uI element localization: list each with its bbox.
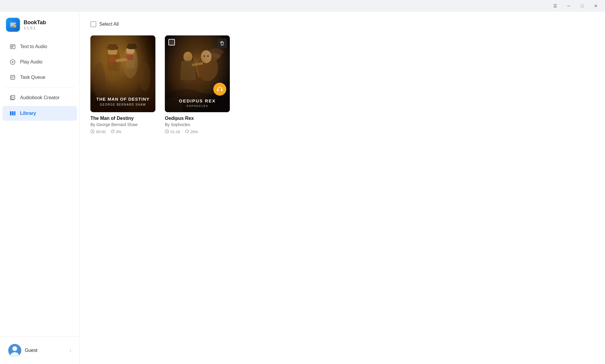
- cover-author-oedipus: SOPHOCLES: [165, 105, 230, 107]
- select-all-row: Select All: [90, 21, 594, 27]
- svg-point-41: [140, 62, 150, 92]
- sidebar: ♪ BookTab 1.1.0.1 Text to: [0, 12, 80, 364]
- progress-value-oedipus: 26%: [191, 130, 198, 134]
- svg-rect-20: [10, 111, 12, 115]
- cover-title-oedipus: OEDIPUS REX: [165, 98, 230, 103]
- svg-point-37: [126, 45, 137, 49]
- duration-value-destiny: 00:00: [96, 130, 106, 134]
- book-cover-man-of-destiny: THE MAN OF DESTINY GEORGE BERNARD SHAW: [90, 35, 155, 112]
- book-author-destiny: By George Bernard Shaw: [90, 122, 155, 127]
- svg-rect-33: [108, 44, 117, 50]
- book-cover-oedipus-rex: OEDIPUS REX SOPHOCLES: [165, 35, 230, 112]
- book-meta-oedipus: 01:18 26%: [165, 129, 230, 134]
- sidebar-item-library[interactable]: Library: [2, 106, 77, 121]
- svg-point-48: [172, 46, 222, 87]
- sidebar-label-task-queue: Task Queue: [20, 75, 45, 80]
- sidebar-label-library: Library: [20, 111, 36, 116]
- svg-point-28: [99, 41, 147, 89]
- clock-icon-destiny: [90, 129, 95, 134]
- titlebar: ☰ ─ □ ✕: [0, 0, 605, 12]
- cover-author-destiny: GEORGE BERNARD SHAW: [90, 103, 155, 106]
- svg-rect-2: [10, 24, 14, 25]
- logo-icon-inner: ♪: [6, 18, 19, 31]
- svg-point-54: [183, 52, 192, 62]
- book-card-man-of-destiny[interactable]: THE MAN OF DESTINY GEORGE BERNARD SHAW T…: [90, 35, 155, 134]
- sidebar-item-play-audio[interactable]: Play Audio: [2, 55, 77, 69]
- app-logo: ♪ BookTab 1.1.0.1: [0, 12, 79, 37]
- audiobook-creator-icon: [9, 95, 16, 101]
- svg-rect-36: [126, 54, 135, 68]
- sidebar-item-text-to-audio[interactable]: Text to Audio: [2, 40, 77, 54]
- svg-point-35: [126, 47, 134, 55]
- app-version: 1.1.0.1: [24, 26, 46, 30]
- svg-point-52: [207, 56, 209, 57]
- app-name: BookTab: [24, 19, 46, 26]
- menu-button[interactable]: ☰: [548, 1, 562, 11]
- books-grid: THE MAN OF DESTINY GEORGE BERNARD SHAW T…: [90, 35, 594, 134]
- svg-point-40: [93, 62, 105, 97]
- svg-rect-58: [221, 89, 222, 91]
- task-queue-icon: [9, 74, 16, 80]
- svg-text:♪: ♪: [14, 25, 15, 27]
- sidebar-item-audiobook-creator[interactable]: Audiobook Creator: [2, 91, 77, 105]
- select-all-label[interactable]: Select All: [99, 22, 119, 27]
- svg-line-44: [92, 132, 93, 132]
- sidebar-label-play-audio: Play Audio: [20, 59, 43, 65]
- maximize-button[interactable]: □: [575, 1, 589, 11]
- svg-rect-3: [10, 25, 13, 26]
- svg-line-56: [193, 63, 202, 65]
- svg-rect-22: [14, 111, 15, 115]
- user-name: Guest: [25, 348, 66, 353]
- svg-point-51: [204, 56, 205, 57]
- cover-destiny-text: THE MAN OF DESTINY GEORGE BERNARD SHAW: [90, 96, 155, 107]
- logo-icon: ♪: [6, 18, 20, 32]
- library-icon: [9, 110, 16, 117]
- sidebar-label-text-to-audio: Text to Audio: [20, 44, 47, 49]
- svg-rect-21: [12, 111, 14, 115]
- book-select-checkbox-oedipus[interactable]: [168, 39, 175, 45]
- svg-point-30: [108, 47, 117, 56]
- book-progress-oedipus: 26%: [185, 129, 198, 134]
- book-card-oedipus-rex[interactable]: OEDIPUS REX SOPHOCLES Oedipus Rex By Sop…: [165, 35, 230, 134]
- svg-rect-17: [11, 95, 15, 99]
- book-delete-button-oedipus[interactable]: [217, 38, 227, 48]
- svg-rect-31: [108, 55, 118, 71]
- svg-rect-1: [10, 23, 16, 24]
- svg-point-29: [104, 46, 121, 81]
- play-audio-icon: [9, 59, 16, 65]
- nav-divider: [5, 87, 75, 88]
- nav-items: Text to Audio Play Audio: [0, 37, 79, 124]
- svg-line-55: [194, 59, 199, 77]
- sidebar-bottom: Guest ›: [0, 337, 79, 364]
- book-meta-destiny: 00:00 0%: [90, 129, 155, 134]
- book-title-destiny: The Man of Destiny: [90, 116, 155, 121]
- user-avatar: [8, 344, 21, 357]
- book-duration-destiny: 00:00: [90, 129, 106, 134]
- main-content: Select All: [80, 12, 605, 364]
- book-progress-destiny: 0%: [110, 129, 122, 134]
- user-row[interactable]: Guest ›: [5, 342, 75, 359]
- svg-point-32: [107, 45, 118, 50]
- progress-icon-destiny: [110, 129, 115, 134]
- close-button[interactable]: ✕: [589, 1, 603, 11]
- cover-oedipus-text: OEDIPUS REX SOPHOCLES: [165, 98, 230, 107]
- svg-point-53: [180, 55, 196, 84]
- chevron-right-icon: ›: [70, 348, 71, 353]
- book-play-button-oedipus[interactable]: [213, 83, 226, 96]
- text-to-audio-icon: [9, 44, 16, 50]
- duration-value-oedipus: 01:18: [170, 130, 180, 134]
- svg-point-24: [12, 346, 17, 351]
- svg-point-49: [197, 55, 218, 81]
- cover-title-destiny: THE MAN OF DESTINY: [90, 96, 155, 102]
- sidebar-label-audiobook-creator: Audiobook Creator: [20, 95, 59, 100]
- svg-line-39: [117, 60, 126, 61]
- svg-point-50: [201, 50, 212, 63]
- book-duration-oedipus: 01:18: [165, 129, 180, 134]
- app-name-group: BookTab 1.1.0.1: [24, 19, 46, 30]
- clock-icon-oedipus: [165, 129, 169, 134]
- book-title-oedipus: Oedipus Rex: [165, 116, 230, 121]
- sidebar-item-task-queue[interactable]: Task Queue: [2, 70, 77, 84]
- progress-icon-oedipus: [185, 129, 189, 134]
- select-all-checkbox[interactable]: [90, 21, 96, 27]
- minimize-button[interactable]: ─: [562, 1, 575, 11]
